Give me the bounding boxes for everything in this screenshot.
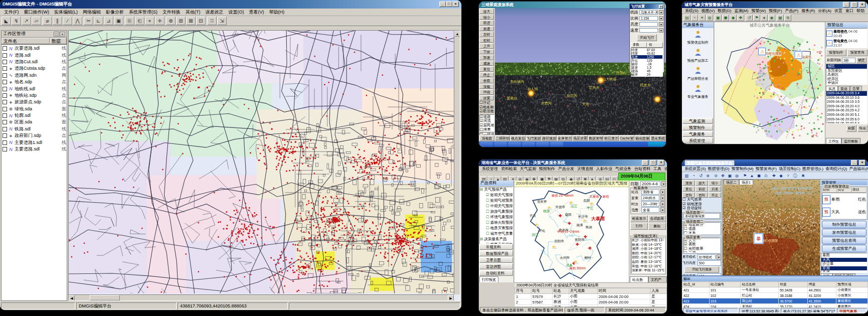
menu-item[interactable]: 产品(P)	[784, 8, 800, 14]
tree-node-icon[interactable]: ⊟	[480, 187, 483, 192]
menu-item[interactable]: 文件(F)	[2, 9, 22, 16]
menu-item[interactable]: 数据(D)	[716, 8, 733, 14]
toolbar-icon[interactable]: ▣	[114, 17, 123, 25]
nav-button[interactable]: 全图	[479, 78, 494, 83]
layer-item[interactable]: ☑河流	[480, 119, 494, 123]
dropdown-arrow-icon[interactable]: ▾	[661, 181, 666, 187]
tree-node[interactable]: ☐ 森林火险预报	[480, 220, 512, 226]
nav-button[interactable]: 停止	[709, 192, 721, 198]
pager-button[interactable]: 刷新	[846, 125, 856, 132]
toolbar-icon[interactable]: ⊠	[186, 17, 196, 25]
param-row[interactable]: 俯仰-18	[631, 62, 662, 66]
checkbox-icon[interactable]: ☑	[479, 109, 483, 113]
query-button[interactable]: 删除	[648, 223, 666, 230]
dialog-close-icon[interactable]: ×	[659, 5, 663, 9]
refresh-value[interactable]: 3秒	[842, 58, 855, 63]
nav-button[interactable]: 上升	[479, 43, 494, 49]
layer-checkbox-row[interactable]: ☑晕渲效果	[479, 109, 494, 114]
tree-node-icon[interactable]: ☑	[486, 193, 489, 197]
warning-action-button[interactable]: 发布预警信息	[822, 229, 866, 236]
obs-row[interactable]: 2009-04-06 20:10 3.6	[826, 96, 867, 100]
close-icon[interactable]: ×	[658, 160, 664, 166]
layer-checkbox[interactable]	[3, 80, 7, 84]
forecast-line[interactable]: 长沙: 小雨转中雨 13~18℃	[632, 238, 664, 243]
nav-button[interactable]: 右转	[696, 192, 708, 198]
element-item[interactable]: ☑ 雾效	[684, 242, 720, 247]
xinjiang-titlebar[interactable]: 新疆气象灾害预警服务平台 _×	[682, 160, 868, 166]
param-row[interactable]: 速度1.5	[631, 66, 662, 69]
tree-node-icon[interactable]: ☐	[486, 226, 489, 230]
layer-item[interactable]: ☐ 水系	[684, 231, 720, 234]
field-value[interactable]	[639, 22, 658, 27]
column-header[interactable]: 天气现象	[569, 288, 597, 294]
nav-button[interactable]: 设置	[479, 95, 494, 101]
menu-item[interactable]: 影像分析	[103, 9, 126, 16]
layer-checkbox[interactable]	[3, 120, 7, 124]
query-button[interactable]: 生成图形	[648, 215, 666, 222]
print-preview-tab[interactable]: 打印预览	[479, 276, 498, 282]
tree-node[interactable]: ☐ 城市空气质量	[480, 231, 512, 237]
citymap-viewport[interactable]: 城市公共气象服务平台 ⚠暴雨橙色预警⚠雷电黄色	[715, 22, 825, 144]
checkbox-row[interactable]: ☐ 大气效果	[682, 198, 721, 202]
nav-button[interactable]: 复位	[682, 186, 695, 192]
nav-button[interactable]: 停止	[479, 72, 494, 78]
forecast-line[interactable]: 衡阳: 中雨 14~20℃	[632, 251, 664, 256]
file-row[interactable]: ∿ 道路网.sdn 网	[2, 72, 67, 79]
toolbar-icon[interactable]: ✖	[800, 173, 806, 179]
toolbar-icon[interactable]: ✚	[737, 15, 744, 21]
view-mode-button[interactable]: 路径漫游	[542, 135, 557, 141]
obs-data-list[interactable]: 2009-04-06 20:05 3.42009-04-06 20:10 3.6…	[826, 91, 867, 124]
menu-item[interactable]: 灾情直报	[576, 166, 595, 172]
minimize-icon[interactable]: _	[642, 160, 648, 166]
toolbar-icon[interactable]: ✛	[155, 17, 164, 25]
window-control-button[interactable]: □	[446, 2, 452, 7]
xj-terrain-canvas[interactable]	[723, 180, 820, 275]
tab[interactable]: 雷达	[838, 86, 850, 91]
group-bar[interactable]: 气象监测	[682, 118, 713, 124]
toolbar-icon[interactable]: ⊖	[713, 173, 719, 179]
tree-node[interactable]: ☐ 中期天气预报	[480, 204, 512, 209]
window-control-button[interactable]: ×	[452, 2, 459, 7]
tree-node-icon[interactable]: ☐	[486, 198, 489, 203]
element-item[interactable]: ☐ 云层	[684, 251, 720, 253]
kind-item[interactable]: 暴雨	[821, 253, 867, 258]
warning-row[interactable]: ⚠ 暴雨橙色 04-06 20:45	[826, 29, 867, 38]
menu-item[interactable]: 服务(R)	[800, 8, 816, 14]
menu-item[interactable]: 监测(M)	[733, 8, 750, 14]
kind-item[interactable]: 寒潮	[821, 266, 867, 271]
nav-button[interactable]: 前进	[479, 20, 494, 26]
toolbar-icon[interactable]: ⌀	[43, 17, 52, 25]
apply-button[interactable]: 确定	[856, 57, 866, 63]
menu-item[interactable]: 工具	[652, 166, 663, 172]
nav-button[interactable]: 加速	[479, 55, 494, 60]
product-tree[interactable]: ⊟ 天气预报产品☑ 短期天气预报☐ 短期气候预测☐ 中期天气预报☐ 旅游气象预报…	[479, 187, 513, 247]
dialog-titlebar[interactable]: 飞行设置 ×	[630, 4, 664, 9]
column-header[interactable]: 站点名称	[741, 282, 779, 287]
dropdown-arrow-icon[interactable]: ▾	[717, 254, 721, 260]
nav-button[interactable]: 左转	[682, 192, 695, 198]
toolbar-icon[interactable]: ?	[785, 173, 791, 179]
toolbar-icon[interactable]: ◍	[734, 173, 740, 179]
group-bar[interactable]: 预警制作	[682, 124, 713, 130]
pager-button[interactable]: 导出	[857, 125, 867, 132]
group-bar[interactable]: 常规资料	[479, 244, 513, 250]
menu-item[interactable]: 系统设置(S)	[683, 166, 707, 172]
toolbar-icon[interactable]: ⎘	[125, 17, 134, 25]
taskbar-item[interactable]	[508, 142, 521, 146]
scene-tab[interactable]: 场景1	[739, 180, 753, 185]
forecast-text-list[interactable]: 长沙: 小雨转中雨 13~18℃株洲: 小雨 14~19℃湘潭: 小雨 14~1…	[631, 238, 665, 273]
warning-action-button[interactable]: 制作预警信息	[822, 221, 866, 228]
dropdown-arrow-icon[interactable]: ▾	[659, 10, 663, 15]
menu-item[interactable]: 设置(O)	[226, 9, 247, 16]
toolbar-icon[interactable]: ⊟	[196, 17, 206, 25]
view-mode-button[interactable]: 顶视图	[479, 135, 494, 141]
obs-row[interactable]: 2009-04-06 20:30 5.1	[826, 113, 867, 117]
menu-item[interactable]: 预报(F)	[767, 8, 783, 14]
menu-item[interactable]: 系统管理	[480, 166, 499, 172]
taskbar-item[interactable]	[522, 142, 535, 146]
nav-button[interactable]: 后退	[709, 186, 721, 192]
map-canvas[interactable]	[69, 31, 460, 293]
toolbar-icon[interactable]: ●	[761, 15, 768, 21]
param-row[interactable]: 帧率24	[631, 73, 662, 76]
close-icon[interactable]: ×	[859, 2, 865, 8]
